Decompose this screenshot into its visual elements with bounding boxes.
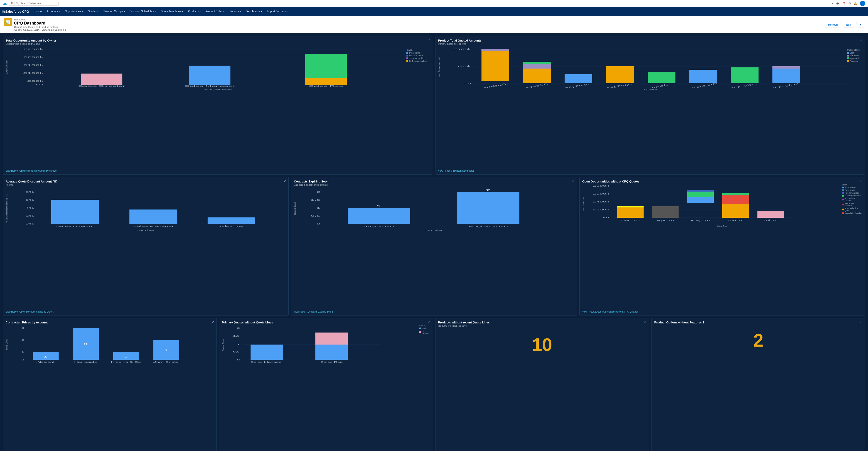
search-input[interactable] bbox=[21, 2, 57, 5]
svg-text:0.5: 0.5 bbox=[233, 351, 240, 353]
card-link-opportunity[interactable]: View Report (Opportunities with Quotes b… bbox=[6, 170, 57, 172]
expand-icon-product-total[interactable]: ⤢ bbox=[860, 38, 863, 42]
chart-avg-discount: 8% 6% 4% 2% 0% Sales Director Sales Mana… bbox=[14, 188, 286, 229]
card-contracted-prices: ⤢ Contracted Prices by Account Record Co… bbox=[3, 318, 217, 451]
card-title-products-without: Products without recent Quote Lines bbox=[438, 321, 646, 324]
svg-text:£200k: £200k bbox=[593, 209, 609, 211]
salesforce-logo: ☁ bbox=[3, 1, 7, 6]
edit-dropdown-button[interactable]: ▾ bbox=[856, 22, 864, 27]
card-title-product-total: Product Total Quoted Amounts bbox=[438, 39, 863, 42]
svg-rect-87 bbox=[617, 206, 644, 207]
svg-text:£600k: £600k bbox=[593, 193, 609, 195]
nav-solution-groups[interactable]: Solution Groups ▾ bbox=[101, 7, 127, 16]
svg-text:2: 2 bbox=[21, 339, 24, 341]
expand-icon-avg-discount[interactable]: ⤢ bbox=[283, 179, 286, 183]
search-all-label[interactable]: All bbox=[11, 2, 14, 4]
notifications-icon[interactable]: 🔔 bbox=[854, 2, 857, 5]
svg-text:Sales Rep: Sales Rep bbox=[320, 361, 343, 363]
grid-icon[interactable]: ⊞ bbox=[2, 9, 5, 14]
app-name: Salesforce CPQ bbox=[5, 10, 29, 13]
expand-icon[interactable]: ⤢ bbox=[428, 38, 431, 42]
refresh-button[interactable]: Refresh bbox=[825, 22, 841, 27]
card-title-contracts: Contracts Expiring Soon bbox=[294, 180, 574, 183]
svg-text:£50k: £50k bbox=[458, 65, 471, 67]
x-axis-label-product: Product Name bbox=[438, 88, 863, 91]
card-link-open-opps[interactable]: View Report (Open Opportunities without … bbox=[582, 310, 638, 313]
svg-text:2: 2 bbox=[164, 349, 168, 352]
nav-products[interactable]: Products ▾ bbox=[186, 7, 203, 16]
svg-rect-134 bbox=[315, 332, 348, 344]
svg-text:Alscient: Alscient bbox=[36, 361, 55, 363]
search-bar[interactable]: All 🔍 bbox=[9, 1, 59, 6]
legend-primary-quotes: Status Draft In Review bbox=[420, 325, 430, 365]
big-number-options: 2 bbox=[654, 325, 862, 356]
svg-text:2%: 2% bbox=[25, 215, 34, 217]
nav-product-rules[interactable]: Product Rules ▾ bbox=[203, 7, 227, 16]
nav-discount-schedules[interactable]: Discount Schedules ▾ bbox=[127, 7, 158, 16]
card-link-contracts[interactable]: View Report (Contracts Expiring Soon) bbox=[294, 310, 333, 313]
svg-text:SLA: Plat..: SLA: Plat.. bbox=[729, 83, 758, 88]
favorites-icon[interactable]: ★ bbox=[831, 2, 834, 5]
card-link-product-total[interactable]: View Report (Product Leaderboard) bbox=[438, 170, 474, 172]
svg-rect-27 bbox=[523, 68, 551, 83]
nav-home[interactable]: Home bbox=[32, 7, 44, 16]
svg-rect-35 bbox=[648, 72, 675, 83]
setup-icon[interactable]: ⚙ bbox=[848, 2, 851, 5]
expand-icon-product-options[interactable]: ⤢ bbox=[860, 320, 863, 324]
edit-button[interactable]: Edit bbox=[843, 22, 855, 27]
top-bar: ☁ All 🔍 ★ ➕ ❓ ⚙ 🔔 bbox=[0, 0, 868, 7]
svg-text:1: 1 bbox=[377, 205, 381, 207]
nav-accounts[interactable]: Accounts ▾ bbox=[44, 7, 62, 16]
svg-text:£100k: £100k bbox=[23, 72, 43, 74]
nav-quotes[interactable]: Quotes ▾ bbox=[86, 7, 101, 16]
svg-text:Mar 20: Mar 20 bbox=[621, 219, 640, 221]
svg-text:0: 0 bbox=[237, 359, 240, 361]
expand-icon-open-opps[interactable]: ⤢ bbox=[860, 179, 863, 183]
svg-text:GenWatt D..: GenWatt D.. bbox=[477, 82, 510, 88]
main-nav: ⊞ Salesforce CPQ Home Accounts ▾ Opportu… bbox=[0, 7, 868, 16]
card-subtitle-opportunity: Opportunities closing next 60 days bbox=[6, 43, 430, 45]
card-title-open-opps: Open Opportunities without CPQ Quotes bbox=[582, 180, 862, 183]
svg-rect-31 bbox=[564, 74, 592, 83]
dashboard-title: CPQ Dashboard bbox=[14, 21, 66, 26]
help-icon[interactable]: ❓ bbox=[842, 2, 846, 5]
dashboard-meta: As of 6 Jul 2020, 15:16 · Viewing as Sal… bbox=[14, 28, 66, 31]
expand-icon-primary-quotes[interactable]: ⤢ bbox=[428, 320, 431, 324]
chart-contracts: 2 1.5 1 0.5 0 July 2020 August 2020 1 2 bbox=[301, 188, 574, 229]
expand-icon-contracted[interactable]: ⤢ bbox=[212, 320, 214, 324]
svg-text:0: 0 bbox=[21, 359, 24, 361]
nav-import-formats[interactable]: Import Formats ▾ bbox=[265, 7, 290, 16]
svg-rect-97 bbox=[722, 193, 749, 195]
svg-rect-11 bbox=[81, 73, 122, 85]
card-link-avg-discount[interactable]: View Report (Quote Discount metrics by O… bbox=[6, 310, 54, 313]
expand-icon-contracts[interactable]: ⤢ bbox=[572, 179, 575, 183]
svg-rect-33 bbox=[606, 66, 634, 83]
avatar[interactable] bbox=[860, 1, 865, 6]
dashboard-subtitle: Opportunity, Quote and Product metrics bbox=[14, 26, 66, 28]
card-open-opps: ⤢ Open Opportunities without CPQ Quotes … bbox=[579, 177, 865, 315]
card-subtitle-products-without: No quote lines last 365 days bbox=[438, 325, 646, 327]
svg-text:£0: £0 bbox=[464, 82, 471, 84]
add-icon[interactable]: ➕ bbox=[836, 2, 840, 5]
expand-icon-products-without[interactable]: ⤢ bbox=[644, 320, 647, 324]
nav-quote-templates[interactable]: Quote Templates ▾ bbox=[158, 7, 185, 16]
svg-rect-133 bbox=[315, 344, 348, 360]
row-1: ⤢ Total Opportunity Amount by Owner Oppo… bbox=[3, 36, 865, 175]
svg-text:May 20: May 20 bbox=[690, 219, 710, 221]
svg-text:August 2020: August 2020 bbox=[469, 225, 508, 228]
x-axis-label-discount: Owner: Full Name bbox=[6, 229, 286, 232]
nav-opportunities[interactable]: Opportunities ▾ bbox=[62, 7, 85, 16]
svg-text:2: 2 bbox=[316, 191, 320, 193]
svg-text:Install..: Install.. bbox=[650, 84, 671, 88]
card-title-avg-discount: Average Quote Discount Amount (%) bbox=[6, 180, 286, 183]
svg-text:Univ. Bristol: Univ. Bristol bbox=[153, 361, 180, 363]
svg-rect-70 bbox=[348, 208, 410, 224]
y-axis-label-contracts: Record Count bbox=[294, 188, 300, 229]
svg-text:2: 2 bbox=[486, 189, 491, 191]
svg-text:Sales Director: Sales Director bbox=[56, 225, 94, 228]
nav-dashboards[interactable]: Dashboards ▾ bbox=[244, 7, 265, 16]
nav-reports[interactable]: Reports ▾ bbox=[227, 7, 243, 16]
svg-text:4%: 4% bbox=[25, 207, 34, 209]
svg-rect-96 bbox=[722, 195, 749, 204]
sub-header-left: 📊 Dashboard CPQ Dashboard Opportunity, Q… bbox=[4, 18, 66, 31]
